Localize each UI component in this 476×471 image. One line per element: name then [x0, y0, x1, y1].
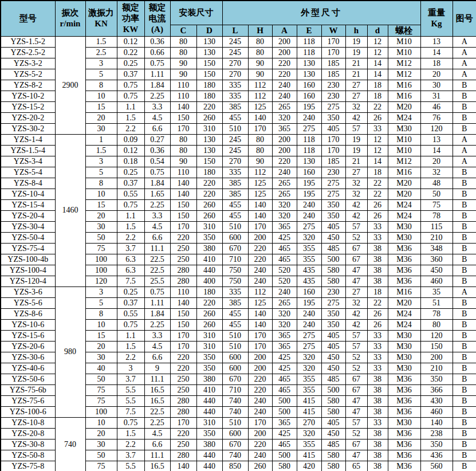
cell-force-kn: 50 [85, 450, 117, 461]
cell-current-a: 22.5 [144, 406, 170, 417]
cell-force-kn: 20 [85, 112, 117, 123]
cell-figure-no: B [453, 178, 476, 189]
cell-dim-d-lower: 38 [367, 395, 388, 406]
cell-bolt: M16 [388, 80, 420, 91]
cell-current-a: 6.6 [144, 232, 170, 243]
cell-force-kn: 10 [85, 417, 117, 428]
cell-dim-l: 245 [222, 134, 248, 145]
cell-current-a: 4.5 [144, 112, 170, 123]
cell-dim-h: 80 [248, 47, 272, 58]
cell-model: YZS-30-8 [1, 439, 55, 450]
cell-dim-d-lower: 38 [367, 374, 388, 384]
cell-weight-kg: 20 [420, 156, 453, 167]
cell-force-kn: 100 [85, 406, 117, 417]
cell-force-kn: 20 [85, 210, 117, 221]
cell-dim-c: 280 [170, 450, 196, 461]
cell-current-a: 22.5 [144, 265, 170, 276]
cell-bolt: M36 [388, 276, 420, 286]
cell-dim-l: 510 [222, 221, 248, 232]
cell-dim-d-lower: 22 [367, 178, 388, 189]
cell-dim-l: 750 [222, 265, 248, 276]
cell-dim-l: 385 [222, 297, 248, 308]
cell-dim-e: 355 [297, 439, 321, 450]
cell-model: YZS-3-6 [1, 286, 55, 297]
cell-dim-a: 265 [272, 189, 297, 199]
cell-power-kw: 0.12 [117, 36, 144, 47]
cell-current-a: 0.75 [144, 167, 170, 178]
cell-dim-w: 405 [321, 221, 345, 232]
cell-dim-e: 240 [297, 112, 321, 123]
cell-dim-d: 260 [196, 319, 222, 330]
cell-dim-a: 465 [272, 243, 297, 254]
cell-dim-h: 220 [248, 439, 272, 450]
cell-dim-d-lower: 38 [367, 461, 388, 471]
cell-dim-d-lower: 38 [367, 450, 388, 461]
table-row: YZS-3-698030.250.75110180335112240160230… [1, 286, 476, 297]
cell-dim-c: 250 [170, 254, 196, 265]
cell-figure-no: B [453, 308, 476, 319]
cell-dim-l: 335 [222, 80, 248, 91]
cell-power-kw: 0.37 [117, 178, 144, 189]
cell-dim-c: 80 [170, 134, 196, 145]
cell-bolt: M10 [388, 47, 420, 58]
cell-dim-a: 425 [272, 363, 297, 374]
cell-dim-w: 170 [321, 36, 345, 47]
cell-weight-kg: 120 [420, 330, 453, 341]
cell-dim-l: 335 [222, 286, 248, 297]
cell-figure-no: B [453, 439, 476, 450]
cell-power-kw: 0.22 [117, 47, 144, 58]
cell-dim-d-lower: 18 [367, 80, 388, 91]
cell-weight-kg: 78 [420, 210, 453, 221]
cell-dim-a: 240 [272, 91, 297, 101]
cell-figure-no: B [453, 210, 476, 221]
cell-dim-a: 425 [272, 428, 297, 439]
cell-figure-no: B [453, 297, 476, 308]
cell-dim-e: 435 [297, 265, 321, 276]
cell-dim-h-lower: 27 [345, 80, 367, 91]
cell-dim-a: 320 [272, 112, 297, 123]
cell-dim-h-lower: 21 [345, 156, 367, 167]
cell-dim-d: 410 [196, 384, 222, 395]
cell-figure-no: B [453, 232, 476, 243]
cell-dim-d-lower: 33 [367, 232, 388, 243]
cell-dim-d: 260 [196, 199, 222, 210]
cell-power-kw: 5.5 [117, 395, 144, 406]
cell-force-kn: 15 [85, 199, 117, 210]
cell-figure-no: B [453, 265, 476, 276]
cell-weight-kg: 31 [420, 91, 453, 101]
cell-current-a: 11.1 [144, 243, 170, 254]
cell-dim-a: 320 [272, 319, 297, 330]
cell-dim-l: 455 [222, 112, 248, 123]
cell-dim-d: 130 [196, 134, 222, 145]
col-header-model: 型号 [1, 1, 55, 36]
cell-dim-d-lower: 38 [367, 276, 388, 286]
cell-current-a: 6.6 [144, 439, 170, 450]
cell-dim-e: 118 [297, 145, 321, 156]
cell-dim-d: 150 [196, 156, 222, 167]
cell-dim-l: 335 [222, 91, 248, 101]
cell-force-kn: 10 [85, 189, 117, 199]
cell-force-kn: 100 [85, 254, 117, 265]
cell-dim-h-lower: 52 [345, 232, 367, 243]
cell-dim-e: 270 [297, 417, 321, 428]
cell-force-kn: 1.5 [85, 145, 117, 156]
cell-current-a: 16.5 [144, 461, 170, 471]
cell-bolt: M36 [388, 395, 420, 406]
cell-power-kw: 0.75 [117, 91, 144, 101]
cell-dim-c: 170 [170, 341, 196, 352]
cell-dim-l: 455 [222, 319, 248, 330]
cell-current-a: 1.84 [144, 308, 170, 319]
cell-dim-c: 80 [170, 36, 196, 47]
cell-dim-d: 180 [196, 80, 222, 91]
cell-force-kn: 3 [85, 156, 117, 167]
cell-dim-l: 670 [222, 439, 248, 450]
cell-dim-c: 170 [170, 123, 196, 134]
cell-force-kn: 8 [85, 80, 117, 91]
cell-force-kn: 3 [85, 58, 117, 69]
cell-current-a: 2.25 [144, 319, 170, 330]
cell-dim-h: 90 [248, 69, 272, 80]
cell-dim-h: 240 [248, 450, 272, 461]
cell-dim-h: 140 [248, 199, 272, 210]
cell-dim-d: 150 [196, 69, 222, 80]
cell-weight-kg: 238 [420, 428, 453, 439]
